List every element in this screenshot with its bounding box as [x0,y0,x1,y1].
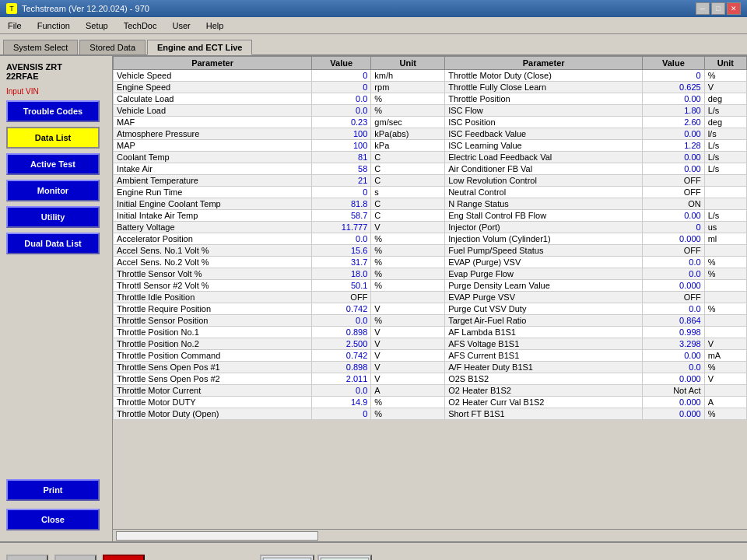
menu-function[interactable]: Function [33,19,75,32]
maximize-button[interactable]: □ [711,2,725,15]
cell-lparam: Ambient Temperature [114,175,312,187]
utility-button[interactable]: Utility [6,206,100,228]
minimize-button[interactable]: ─ [696,2,710,15]
cell-rval: 0.000 [643,233,704,245]
cell-runit: deg [704,117,746,128]
cell-rval: 1.28 [643,140,704,152]
cell-rparam: AFS Voltage B1S1 [445,338,643,350]
print-button[interactable]: Print [6,479,100,501]
filter-icon-button[interactable] [103,555,145,561]
cell-lparam: Engine Speed [114,82,312,93]
cell-lparam: Accel Sens. No.2 Volt % [114,257,312,268]
cell-lunit: C [371,210,445,222]
data-area: Parameter Value Unit Parameter Value Uni… [113,56,747,541]
col-header-rparam: Parameter [445,57,643,70]
cell-lval: 100 [312,128,371,140]
cell-rparam: Injector (Port) [445,222,643,233]
table-row: Throttle Sens Open Pos #2 2.011 V O2S B1… [114,373,747,385]
dual-data-list-button[interactable]: Dual Data List [6,233,100,254]
cell-lval: OFF [312,292,371,303]
cell-lunit: A [371,385,445,397]
cell-rval: 0.00 [643,163,704,175]
cell-lunit: km/h [371,70,445,82]
cell-lparam: Throttle Position Command [114,350,312,362]
cell-lparam: Throttle Sensor Volt % [114,268,312,280]
app-icon: T [6,3,17,14]
cell-runit: % [704,362,746,373]
close-button[interactable]: ✕ [727,2,741,15]
tab-system-select[interactable]: System Select [3,40,78,54]
cell-rparam: Eng Stall Control FB Flow [445,210,643,222]
horizontal-scrollbar[interactable] [116,531,318,541]
table-container[interactable]: Parameter Value Unit Parameter Value Uni… [113,56,747,529]
tab-engine-live[interactable]: Engine and ECT Live [147,40,252,55]
menu-techdoc[interactable]: TechDoc [119,19,162,32]
cell-rparam: ISC Flow [445,105,643,117]
cell-runit: L/s [704,152,746,163]
cell-lunit: V [371,362,445,373]
cell-lunit: C [371,152,445,163]
cell-rval: 0.998 [643,327,704,338]
menu-bar: File Function Setup TechDoc User Help [0,17,747,34]
cell-rparam: O2S B1S2 [445,373,643,385]
cell-rparam: Target Air-Fuel Ratio [445,315,643,327]
table-row: Calculate Load 0.0 % Throttle Position 0… [114,93,747,105]
cell-rparam: A/F Heater Duty B1S1 [445,362,643,373]
cell-lparam: Atmosphere Pressure [114,128,312,140]
cell-lunit: C [371,175,445,187]
cell-rval: Not Act [643,385,704,397]
cell-rval: 0.000 [643,397,704,408]
table-row: Throttle Sensor Position 0.0 % Target Ai… [114,315,747,327]
cell-runit: % [704,70,746,82]
menu-user[interactable]: User [167,19,195,32]
trouble-codes-button[interactable]: Trouble Codes [6,100,100,122]
cell-runit: us [704,222,746,233]
cell-runit: V [704,338,746,350]
table-row: MAF 0.23 gm/sec ISC Position 2.60 deg [114,117,747,128]
cell-rval: 0.000 [643,408,704,420]
col-header-rval: Value [643,57,704,70]
cell-lunit: s [371,187,445,198]
table-row: Throttle Motor Current 0.0 A O2 Heater B… [114,385,747,397]
close-sidebar-button[interactable]: Close [6,509,100,530]
active-test-button[interactable]: Active Test [6,153,100,175]
tab-stored-data[interactable]: Stored Data [79,40,146,54]
cell-lval: 0.742 [312,350,371,362]
menu-help[interactable]: Help [202,19,229,32]
table-row: Accelerator Position 0.0 % Injection Vol… [114,233,747,245]
cell-rparam: ISC Feedback Value [445,128,643,140]
wrench-icon-button[interactable] [54,555,96,561]
cell-runit: % [704,268,746,280]
menu-file[interactable]: File [3,19,26,32]
cell-lparam: Throttl Sensor #2 Volt % [114,280,312,292]
cell-lparam: Initial Engine Coolant Temp [114,198,312,210]
cell-rval: 0.0 [643,257,704,268]
cell-lval: 100 [312,140,371,152]
table-row: Throttle Position Command 0.742 V AFS Cu… [114,350,747,362]
list-icon-button[interactable] [6,555,48,561]
cell-lval: 0.0 [312,93,371,105]
data-list-button[interactable]: Data List [6,127,100,149]
cell-lparam: MAF [114,117,312,128]
cell-rval: 0.864 [643,315,704,327]
table-row: Throttle Position No.1 0.898 V AF Lambda… [114,327,747,338]
menu-setup[interactable]: Setup [81,19,113,32]
cell-runit: l/s [704,128,746,140]
graph2-button[interactable] [317,555,372,561]
cell-lunit: % [371,397,445,408]
col-header-lparam: Parameter [114,57,312,70]
cell-lunit [371,292,445,303]
cell-rparam: Short FT B1S1 [445,408,643,420]
bottom-toolbar: Primary Sort A to Z [0,541,747,560]
cell-lval: 0.23 [312,117,371,128]
title-text: Techstream (Ver 12.20.024) - 970 [22,4,149,13]
cell-rval: 1.80 [643,105,704,117]
cell-rval: 0.00 [643,93,704,105]
cell-runit [704,327,746,338]
cell-rval: 0.00 [643,350,704,362]
monitor-button[interactable]: Monitor [6,180,100,201]
cell-lparam: Accel Sens. No.1 Volt % [114,245,312,257]
graph1-button[interactable] [260,555,314,561]
cell-runit: % [704,408,746,420]
input-vin-label: Input VIN [6,87,106,96]
